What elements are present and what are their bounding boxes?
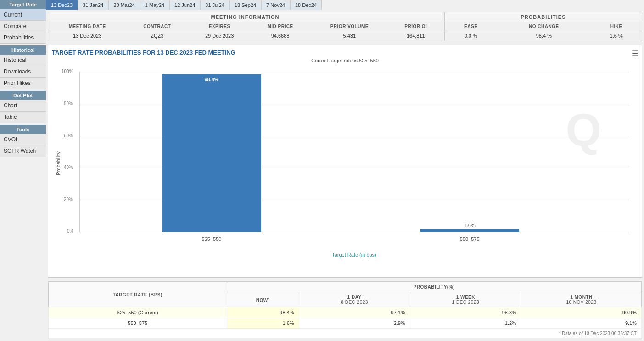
sidebar-dot-plot-header[interactable]: Dot Plot <box>0 91 46 100</box>
sidebar-item-cvol[interactable]: CVOL <box>0 134 46 145</box>
sidebar-item-sofr-watch[interactable]: SOFR Watch <box>0 145 46 157</box>
cell-month1-1: 9.1% <box>521 318 641 329</box>
y-tick-0: 0% <box>67 229 73 234</box>
date-tab-4[interactable]: 12 Jun24 <box>169 0 200 10</box>
col-expires: EXPIRES <box>188 22 251 31</box>
bar-label-525-550: 98.4% <box>162 77 261 82</box>
bar-550-575: 1.6% 550–575 <box>420 229 519 232</box>
meeting-probabilities-wrapper: MEETING INFORMATION MEETING DATE CONTRAC… <box>48 12 642 41</box>
date-tab-6[interactable]: 18 Sep24 <box>230 0 261 10</box>
footer-note: * Data as of 10 Dec 2023 06:35:37 CT <box>49 329 642 339</box>
sidebar-historical-header[interactable]: Historical <box>0 45 46 55</box>
sidebar-item-table[interactable]: Table <box>0 112 46 123</box>
cell-day1-0: 97.1% <box>299 307 410 318</box>
col-1day: 1 DAY 8 DEC 2023 <box>299 292 410 307</box>
cell-week1-0: 98.8% <box>410 307 521 318</box>
y-tick-40: 40% <box>64 165 73 170</box>
meeting-info-section: MEETING INFORMATION MEETING DATE CONTRAC… <box>48 12 442 41</box>
sidebar-item-chart[interactable]: Chart <box>0 100 46 112</box>
col-prior-volume: PRIOR VOLUME <box>309 22 390 31</box>
meeting-info-table: MEETING DATE CONTRACT EXPIRES MID PRICE … <box>48 22 442 41</box>
col-1week: 1 WEEK 1 DEC 2023 <box>410 292 521 307</box>
y-tick-60: 60% <box>64 133 73 138</box>
sidebar-item-downloads[interactable]: Downloads <box>0 66 46 78</box>
cell-mid-price: 94.6688 <box>251 31 309 41</box>
probabilities-table: EASE NO CHANGE HIKE 0.0 % 98.4 % 1.6 % <box>445 22 642 40</box>
date-tab-0[interactable]: 13 Dec23 <box>46 0 78 10</box>
y-tick-100: 100% <box>62 69 73 74</box>
chart-area: 100% 80% 60% 40% 20% 0% <box>79 72 629 232</box>
cell-week1-1: 1.2% <box>410 318 521 329</box>
date-tab-5[interactable]: 31 Jul24 <box>200 0 230 10</box>
bar-label-550-575: 1.6% <box>420 223 519 229</box>
meeting-info-title: MEETING INFORMATION <box>48 12 442 22</box>
cell-rate-0: 525–550 (Current) <box>49 307 227 318</box>
date-tab-8[interactable]: 18 Dec24 <box>290 0 322 10</box>
table-row-0: 525–550 (Current) 98.4% 97.1% 98.8% 90.9… <box>49 307 642 318</box>
x-tick-550-575: 550–575 <box>420 236 519 242</box>
chart-subtitle: Current target rate is 525–550 <box>52 58 638 63</box>
cell-meeting-date: 13 Dec 2023 <box>48 31 126 41</box>
cell-prior-oi: 164,811 <box>390 31 442 41</box>
date-tab-7[interactable]: 7 Nov24 <box>261 0 290 10</box>
bottom-table-section: TARGET RATE (BPS) PROBABILITY(%) NOW* 1 … <box>48 281 642 339</box>
date-tab-2[interactable]: 20 Mar24 <box>108 0 140 10</box>
sidebar-item-current[interactable]: Current <box>0 9 46 21</box>
bottom-table: TARGET RATE (BPS) PROBABILITY(%) NOW* 1 … <box>48 282 642 339</box>
sidebar-target-rate-header[interactable]: Target Rate <box>0 0 46 9</box>
col-prior-oi: PRIOR OI <box>390 22 442 31</box>
x-axis-label: Target Rate (in bps) <box>79 252 629 257</box>
cell-now-1: 1.6% <box>227 318 299 329</box>
col-no-change: NO CHANGE <box>497 22 591 31</box>
chart-container: Probability 100% 80% 60% 40% <box>52 67 638 260</box>
hamburger-menu-icon[interactable]: ☰ <box>632 49 638 58</box>
cell-contract: ZQZ3 <box>126 31 188 41</box>
sidebar-tools-header[interactable]: Tools <box>0 125 46 134</box>
watermark: Q <box>566 104 601 157</box>
col-1month: 1 MONTH 10 NOV 2023 <box>521 292 641 307</box>
date-tab-3[interactable]: 1 May24 <box>140 0 169 10</box>
sidebar-item-probabilities[interactable]: Probabilities <box>0 32 46 44</box>
col-mid-price: MID PRICE <box>251 22 309 31</box>
table-row-1: 550–575 1.6% 2.9% 1.2% 9.1% <box>49 318 642 329</box>
cell-hike: 1.6 % <box>591 31 642 41</box>
bar-525-550: 98.4% 525–550 <box>162 74 261 232</box>
main-content: 13 Dec23 31 Jan24 20 Mar24 1 May24 12 Ju… <box>46 0 644 341</box>
y-tick-80: 80% <box>64 101 73 106</box>
probabilities-title: PROBABILITIES <box>445 12 642 22</box>
x-tick-525-550: 525–550 <box>162 236 261 242</box>
cell-rate-1: 550–575 <box>49 318 227 329</box>
y-tick-20: 20% <box>64 197 73 202</box>
col-hike: HIKE <box>591 22 642 31</box>
sidebar-item-historical[interactable]: Historical <box>0 55 46 66</box>
cell-now-0: 98.4% <box>227 307 299 318</box>
col-contract: CONTRACT <box>126 22 188 31</box>
cell-day1-1: 2.9% <box>299 318 410 329</box>
col-meeting-date: MEETING DATE <box>48 22 126 31</box>
cell-month1-0: 90.9% <box>521 307 641 318</box>
col-target-rate-bps: TARGET RATE (BPS) <box>49 282 227 307</box>
col-now: NOW* <box>227 292 299 307</box>
chart-title: TARGET RATE PROBABILITIES FOR 13 DEC 202… <box>52 49 638 56</box>
col-ease: EASE <box>445 22 497 31</box>
probabilities-section: PROBABILITIES EASE NO CHANGE HIKE 0.0 % … <box>444 12 642 41</box>
cell-ease: 0.0 % <box>445 31 497 41</box>
cell-prior-volume: 5,431 <box>309 31 390 41</box>
cell-no-change: 98.4 % <box>497 31 591 41</box>
y-axis-label: Probability <box>56 151 61 175</box>
date-tab-1[interactable]: 31 Jan24 <box>78 0 108 10</box>
sidebar-item-compare[interactable]: Compare <box>0 21 46 32</box>
sidebar: Target Rate Current Compare Probabilitie… <box>0 0 46 341</box>
col-probability-header: PROBABILITY(%) <box>227 282 642 292</box>
date-tabs: 13 Dec23 31 Jan24 20 Mar24 1 May24 12 Ju… <box>46 0 644 10</box>
grid-line-100: 100% <box>80 72 629 72</box>
sidebar-item-prior-hikes[interactable]: Prior Hikes <box>0 78 46 89</box>
chart-section: TARGET RATE PROBABILITIES FOR 13 DEC 202… <box>48 45 642 278</box>
cell-expires: 29 Dec 2023 <box>188 31 251 41</box>
